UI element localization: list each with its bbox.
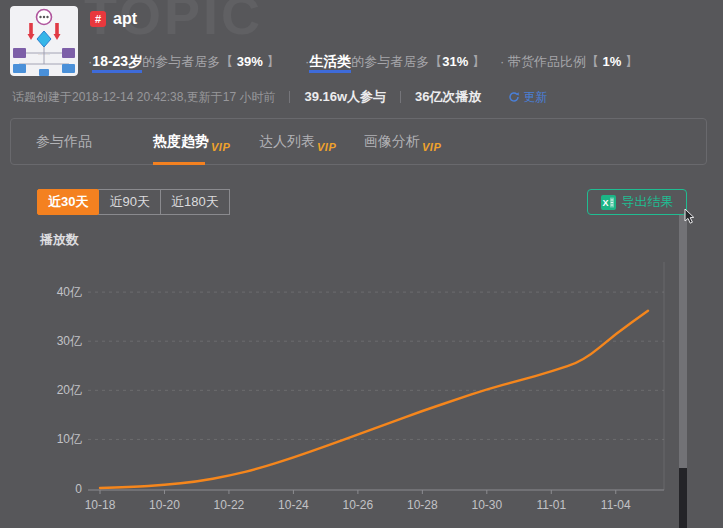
- tab-creator-list[interactable]: 达人列表 VIP: [259, 119, 336, 164]
- vip-badge: VIP: [211, 141, 230, 153]
- svg-text:X: X: [602, 198, 608, 208]
- scrollbar-track[interactable]: [679, 468, 687, 528]
- y-tick-label: 10亿: [57, 432, 82, 446]
- refresh-label: 更新: [524, 89, 548, 106]
- range-90d-button[interactable]: 近90天: [98, 189, 160, 215]
- bracket: 【: [429, 54, 442, 69]
- y-tick-label: 20亿: [57, 383, 82, 397]
- insight-highlight: 生活类: [309, 53, 351, 73]
- tab-label: 热度趋势: [153, 133, 209, 151]
- range-30d-button[interactable]: 近30天: [37, 189, 99, 215]
- insight-category: ·生活类的参与者居多【31% 】: [305, 53, 485, 71]
- scrollbar-thumb[interactable]: [679, 215, 687, 468]
- plays-count: 36亿次播放: [415, 88, 481, 106]
- trend-chart: 010亿20亿30亿40亿10-1810-2010-2210-2410-2610…: [0, 0, 723, 528]
- x-tick-label: 11-04: [601, 498, 631, 512]
- topic-meta-row: 话题创建于2018-12-14 20:42:38,更新于17 小时前 39.16…: [12, 88, 548, 106]
- topic-title: apt: [113, 10, 137, 28]
- participants-count: 39.16w人参与: [304, 88, 386, 106]
- topic-thumbnail: ………: [10, 6, 78, 76]
- x-tick-label: 10-18: [85, 498, 116, 512]
- insight-rest: 的参与者居多: [142, 54, 220, 69]
- y-tick-label: 40亿: [57, 285, 82, 299]
- export-results-button[interactable]: X 导出结果: [587, 189, 687, 215]
- insight-rest: 的参与者居多: [351, 54, 429, 69]
- topic-title-row: # apt: [90, 10, 137, 28]
- hashtag-badge-icon: #: [90, 11, 106, 27]
- topic-analytics-page: TOPIC ……… # apt: [0, 0, 723, 528]
- insight-commerce: · 带货作品比例【 1% 】: [500, 53, 638, 71]
- insight-value: 31%: [442, 54, 468, 69]
- flowchart-image-icon: ………: [10, 6, 78, 76]
- x-tick-label: 10-24: [278, 498, 309, 512]
- tab-portrait-analysis[interactable]: 画像分析 VIP: [364, 119, 441, 164]
- bracket: 【: [220, 54, 237, 69]
- bracket: 【: [586, 54, 603, 69]
- insight-highlight: 18-23岁: [92, 53, 142, 73]
- x-tick-label: 10-30: [471, 498, 502, 512]
- y-tick-label: 30亿: [57, 334, 82, 348]
- insight-age: ·18-23岁的参与者居多【 39% 】: [88, 53, 279, 71]
- bullet: ·: [500, 54, 508, 69]
- refresh-button[interactable]: 更新: [508, 89, 548, 106]
- tab-label: 达人列表: [259, 133, 315, 151]
- insight-value: 1%: [603, 54, 622, 69]
- bracket: 】: [263, 54, 280, 69]
- insight-rest: 带货作品比例: [508, 54, 586, 69]
- divider: [400, 91, 401, 103]
- x-tick-label: 11-01: [536, 498, 566, 512]
- trend-line: [100, 311, 648, 488]
- created-updated-text: 话题创建于2018-12-14 20:42:38,更新于17 小时前: [12, 89, 275, 106]
- bracket: 】: [621, 54, 638, 69]
- date-range-group: 近30天 近90天 近180天: [38, 189, 230, 215]
- insight-value: 39%: [237, 54, 263, 69]
- y-tick-label: 0: [75, 482, 82, 496]
- x-tick-label: 10-28: [407, 498, 438, 512]
- bracket: 】: [468, 54, 485, 69]
- chart-title: 播放数: [40, 231, 79, 249]
- vip-badge: VIP: [422, 141, 441, 153]
- vip-badge: VIP: [317, 141, 336, 153]
- tab-participating-works[interactable]: 参与作品: [36, 119, 92, 164]
- x-tick-label: 10-22: [214, 498, 245, 512]
- tab-label: 参与作品: [36, 133, 92, 151]
- x-tick-label: 10-26: [343, 498, 374, 512]
- x-tick-label: 10-20: [149, 498, 180, 512]
- divider: [289, 91, 290, 103]
- excel-icon: X: [601, 195, 616, 210]
- refresh-icon: [508, 91, 520, 103]
- export-label: 导出结果: [622, 193, 674, 211]
- tabs-bar: 参与作品 热度趋势 VIP 达人列表 VIP 画像分析 VIP: [10, 118, 707, 165]
- tab-label: 画像分析: [364, 133, 420, 151]
- active-tab-underline: [153, 162, 205, 165]
- range-180d-button[interactable]: 近180天: [160, 189, 230, 215]
- tab-heat-trend[interactable]: 热度趋势 VIP: [153, 119, 230, 164]
- mouse-cursor-icon: [684, 209, 696, 225]
